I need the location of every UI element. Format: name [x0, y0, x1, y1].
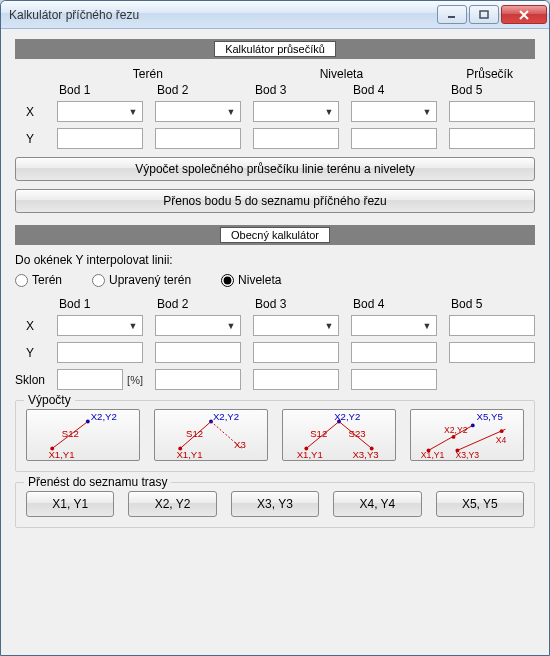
- gy4-input[interactable]: [351, 342, 437, 363]
- calc-legend: Výpočty: [24, 393, 75, 407]
- bod3b-label: Bod 3: [253, 297, 339, 311]
- chevron-down-icon: ▼: [224, 321, 238, 331]
- chevron-down-icon: ▼: [126, 107, 140, 117]
- xfer-legend: Přenést do seznamu trasy: [24, 475, 171, 489]
- slope1-input[interactable]: [57, 369, 123, 390]
- slope-unit: [%]: [127, 374, 143, 386]
- svg-text:X2,Y2: X2,Y2: [444, 425, 468, 435]
- bod2-label: Bod 2: [155, 83, 241, 97]
- dialog-window: Kalkulátor příčného řezu Kalkulátor průs…: [0, 0, 550, 656]
- row-x-2: X ▼ ▼ ▼ ▼: [15, 315, 535, 336]
- svg-text:S12: S12: [62, 428, 79, 439]
- svg-text:X2,Y2: X2,Y2: [91, 411, 117, 422]
- svg-text:S12: S12: [186, 428, 203, 439]
- svg-text:X1,Y1: X1,Y1: [48, 449, 74, 460]
- interp-radios: Terén Upravený terén Niveleta: [15, 273, 535, 287]
- y1-input[interactable]: [57, 128, 143, 149]
- gy3-input[interactable]: [253, 342, 339, 363]
- slope4-input[interactable]: [351, 369, 437, 390]
- gx5-input[interactable]: [449, 315, 535, 336]
- window-title: Kalkulátor příčného řezu: [9, 8, 435, 22]
- x4-combo[interactable]: ▼: [351, 101, 437, 122]
- gx3-combo[interactable]: ▼: [253, 315, 339, 336]
- titlebar[interactable]: Kalkulátor příčného řezu: [1, 1, 549, 29]
- x5-input[interactable]: [449, 101, 535, 122]
- svg-text:X2,Y2: X2,Y2: [213, 411, 239, 422]
- svg-text:X4: X4: [496, 435, 507, 445]
- bod4-label: Bod 4: [351, 83, 437, 97]
- svg-point-31: [452, 435, 456, 439]
- bod3-label: Bod 3: [253, 83, 339, 97]
- row-x-1: X ▼ ▼ ▼ ▼: [15, 101, 535, 122]
- calc-fieldset: Výpočty X2,Y2 S12 X1,Y1 X2,Y2: [15, 400, 535, 472]
- bod5-label: Bod 5: [449, 83, 535, 97]
- radio-teren[interactable]: Terén: [15, 273, 62, 287]
- transfer-point5-button[interactable]: Přenos bodu 5 do seznamu příčného řezu: [15, 189, 535, 213]
- bod1b-label: Bod 1: [57, 297, 143, 311]
- gx2-combo[interactable]: ▼: [155, 315, 241, 336]
- calc-button-4[interactable]: X5,Y5 X2,Y2 X4 X1,Y1 X3,Y3: [410, 409, 524, 461]
- client-area: Kalkulátor průsečíků Terén Niveleta Průs…: [1, 29, 549, 655]
- chevron-down-icon: ▼: [420, 107, 434, 117]
- y2-input[interactable]: [155, 128, 241, 149]
- section-header-general: Obecný kalkulátor: [15, 225, 535, 245]
- xfer-x4y4-button[interactable]: X4, Y4: [333, 491, 421, 517]
- calc-button-2[interactable]: X2,Y2 S12 X1,Y1 X3: [154, 409, 268, 461]
- x2-combo[interactable]: ▼: [155, 101, 241, 122]
- close-button[interactable]: [501, 5, 547, 24]
- y4-input[interactable]: [351, 128, 437, 149]
- y-label-2: Y: [15, 346, 45, 360]
- chevron-down-icon: ▼: [224, 107, 238, 117]
- gy2-input[interactable]: [155, 342, 241, 363]
- radio-teren-label: Terén: [32, 273, 62, 287]
- gx1-combo[interactable]: ▼: [57, 315, 143, 336]
- gy1-input[interactable]: [57, 342, 143, 363]
- xfer-x1y1-button[interactable]: X1, Y1: [26, 491, 114, 517]
- radio-upraveny-teren[interactable]: Upravený terén: [92, 273, 191, 287]
- section-header-intersections-label: Kalkulátor průsečíků: [214, 41, 336, 57]
- radio-uteren-label: Upravený terén: [109, 273, 191, 287]
- y3-input[interactable]: [253, 128, 339, 149]
- gy5-input[interactable]: [449, 342, 535, 363]
- chevron-down-icon: ▼: [322, 107, 336, 117]
- chevron-down-icon: ▼: [126, 321, 140, 331]
- radio-niveleta[interactable]: Niveleta: [221, 273, 281, 287]
- radio-niveleta-label: Niveleta: [238, 273, 281, 287]
- calc-button-3[interactable]: X2,Y2 S12 S23 X1,Y1 X3,Y3: [282, 409, 396, 461]
- svg-text:X1,Y1: X1,Y1: [176, 449, 202, 460]
- group-niveleta: Niveleta: [251, 67, 433, 81]
- calc-button-1[interactable]: X2,Y2 S12 X1,Y1: [26, 409, 140, 461]
- svg-text:X5,Y5: X5,Y5: [477, 411, 503, 422]
- svg-text:S12: S12: [310, 428, 327, 439]
- maximize-button[interactable]: [469, 5, 499, 24]
- row-slope: Sklon [%]: [15, 369, 535, 390]
- x1-combo[interactable]: ▼: [57, 101, 143, 122]
- compute-intersection-button[interactable]: Výpočet společného průsečíku linie terén…: [15, 157, 535, 181]
- y5-input[interactable]: [449, 128, 535, 149]
- svg-point-33: [500, 429, 504, 433]
- row-y-2: Y: [15, 342, 535, 363]
- xfer-fieldset: Přenést do seznamu trasy X1, Y1 X2, Y2 X…: [15, 482, 535, 528]
- section-header-intersections: Kalkulátor průsečíků: [15, 39, 535, 59]
- gx4-combo[interactable]: ▼: [351, 315, 437, 336]
- slope3-input[interactable]: [253, 369, 339, 390]
- svg-text:X3,Y3: X3,Y3: [455, 450, 479, 460]
- svg-text:X1,Y1: X1,Y1: [421, 450, 445, 460]
- svg-text:X3: X3: [234, 439, 246, 450]
- minimize-button[interactable]: [437, 5, 467, 24]
- xfer-x2y2-button[interactable]: X2, Y2: [128, 491, 216, 517]
- svg-text:X3,Y3: X3,Y3: [352, 449, 378, 460]
- y-label-1: Y: [15, 132, 45, 146]
- slope2-input[interactable]: [155, 369, 241, 390]
- section-header-general-label: Obecný kalkulátor: [220, 227, 330, 243]
- group-labels: Terén Niveleta Průsečík: [15, 67, 535, 81]
- xfer-x3y3-button[interactable]: X3, Y3: [231, 491, 319, 517]
- group-prusecik: Průsečík: [444, 67, 535, 81]
- xfer-x5y5-button[interactable]: X5, Y5: [436, 491, 524, 517]
- x-label-2: X: [15, 319, 45, 333]
- row-y-1: Y: [15, 128, 535, 149]
- bod4b-label: Bod 4: [351, 297, 437, 311]
- x3-combo[interactable]: ▼: [253, 101, 339, 122]
- bod2b-label: Bod 2: [155, 297, 241, 311]
- chevron-down-icon: ▼: [420, 321, 434, 331]
